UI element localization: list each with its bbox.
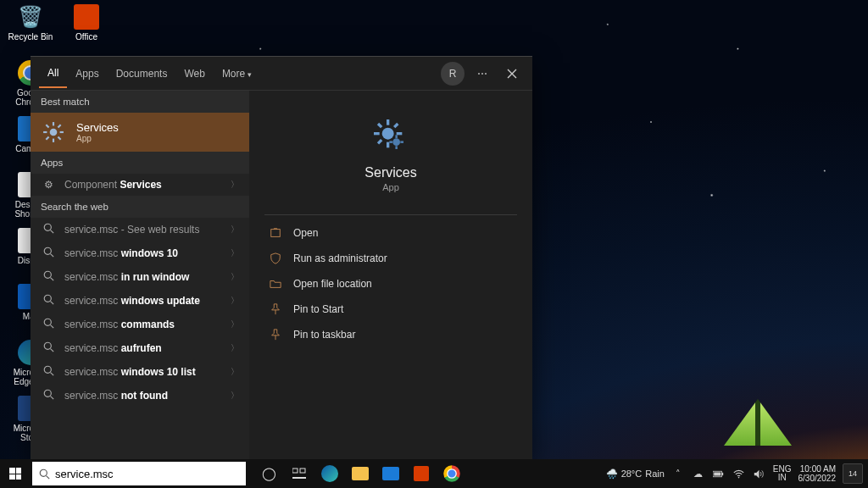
svg-rect-39 [271, 230, 281, 237]
svg-point-21 [44, 366, 51, 373]
search-icon [41, 341, 56, 355]
result-label: Component Services [64, 179, 222, 191]
svg-point-40 [40, 469, 47, 476]
cloud-icon: 🌧️ [606, 469, 618, 480]
chevron-right-icon: 〉 [231, 366, 239, 378]
office-icon [71, 2, 102, 32]
desktop-icon-recycle-bin[interactable]: 🗑️ Recycle Bin [5, 2, 56, 53]
more-options-button[interactable]: ⋯ [471, 62, 495, 86]
weather-widget[interactable]: 🌧️ 28°C Rain [606, 469, 665, 480]
taskbar-explorer[interactable] [346, 459, 375, 488]
best-match-item[interactable]: Services App [31, 113, 249, 152]
open-icon [268, 225, 283, 241]
taskbar-clock[interactable]: 10:00 AM 6/30/2022 [798, 464, 837, 483]
taskbar-edge[interactable] [315, 459, 344, 488]
desktop-icon-office[interactable]: Office [61, 2, 112, 53]
svg-line-22 [50, 373, 53, 376]
tab-more[interactable]: More▾ [214, 59, 260, 87]
svg-point-19 [44, 342, 51, 349]
chevron-right-icon: 〉 [231, 390, 239, 402]
apps-header: Apps [31, 152, 249, 174]
close-panel-button[interactable] [500, 62, 524, 86]
lang-line2: IN [778, 474, 787, 483]
notifications-button[interactable]: 14 [843, 463, 863, 484]
battery-icon[interactable] [712, 467, 726, 480]
web-result-item[interactable]: service.msc windows 10〉 [31, 241, 249, 265]
search-web-header: Search the web [31, 196, 249, 218]
action-pin-taskbar[interactable]: Pin to taskbar [264, 322, 517, 347]
detail-title: Services [364, 165, 416, 180]
web-result-item[interactable]: service.msc - See web results〉 [31, 218, 249, 241]
user-avatar[interactable]: R [441, 62, 465, 86]
result-label: service.msc not found [64, 390, 222, 402]
web-result-item[interactable]: service.msc windows update〉 [31, 289, 249, 313]
svg-point-25 [382, 128, 394, 140]
task-view-button[interactable] [285, 459, 314, 488]
svg-point-0 [50, 129, 58, 136]
svg-point-17 [44, 319, 51, 325]
tab-web[interactable]: Web [175, 59, 213, 87]
start-button[interactable] [0, 459, 31, 488]
gear-icon [41, 119, 66, 145]
taskbar-mail[interactable] [376, 459, 405, 488]
action-pin-start[interactable]: Pin to Start [264, 297, 517, 322]
svg-rect-46 [722, 472, 724, 474]
svg-line-5 [46, 125, 48, 127]
action-open-location[interactable]: Open file location [264, 271, 517, 297]
svg-line-12 [50, 254, 53, 258]
svg-line-10 [50, 230, 53, 234]
results-list: Best match Services App Apps ⚙ Component… [31, 91, 249, 459]
action-open[interactable]: Open [264, 220, 517, 246]
action-label: Open [293, 227, 318, 239]
taskbar-office[interactable] [407, 459, 436, 488]
volume-icon[interactable] [753, 467, 766, 480]
wifi-icon[interactable] [732, 467, 746, 480]
weather-temp: 28°C [621, 469, 643, 479]
svg-line-6 [58, 136, 60, 139]
windows-icon [9, 468, 21, 480]
search-input[interactable] [55, 468, 239, 480]
result-label: service.msc windows 10 [64, 247, 222, 259]
divider [264, 214, 517, 215]
tray-chevron-up-icon[interactable]: ˄ [671, 467, 685, 480]
best-match-subtitle: App [76, 134, 119, 143]
svg-point-48 [738, 476, 740, 478]
cortana-button[interactable]: ◯ [254, 459, 283, 488]
svg-line-14 [50, 278, 53, 281]
svg-rect-43 [300, 469, 305, 473]
svg-line-7 [46, 136, 48, 139]
svg-point-34 [392, 138, 400, 146]
chevron-right-icon: 〉 [231, 319, 239, 330]
detail-subtitle: App [382, 182, 399, 192]
web-result-item[interactable]: service.msc aufrufen〉 [31, 336, 249, 360]
result-component-services[interactable]: ⚙ Component Services 〉 [31, 174, 249, 196]
onedrive-icon[interactable]: ☁ [692, 467, 705, 480]
clock-time: 10:00 AM [800, 464, 836, 474]
web-result-item[interactable]: service.msc commands〉 [31, 313, 249, 336]
web-result-item[interactable]: service.msc in run window〉 [31, 265, 249, 289]
tab-apps[interactable]: Apps [67, 59, 107, 87]
action-label: Run as administrator [293, 252, 387, 264]
result-label: service.msc windows update [64, 295, 222, 307]
taskbar-pinned: ◯ [254, 459, 466, 488]
svg-line-18 [50, 325, 53, 329]
chevron-right-icon: 〉 [231, 295, 239, 307]
search-icon [41, 389, 56, 402]
action-label: Open file location [293, 278, 372, 290]
tab-documents[interactable]: Documents [108, 59, 176, 87]
svg-point-13 [44, 271, 51, 278]
svg-point-15 [44, 295, 51, 302]
tab-more-label: More [222, 68, 245, 80]
best-match-header: Best match [31, 91, 249, 113]
trash-icon: 🗑️ [15, 2, 46, 32]
taskbar-search-box[interactable] [32, 462, 246, 485]
action-run-admin[interactable]: Run as administrator [264, 246, 517, 271]
result-detail-pane: Services App Open Run as administrator O… [249, 91, 532, 459]
web-result-item[interactable]: service.msc windows 10 list〉 [31, 360, 249, 384]
taskbar-chrome[interactable] [437, 459, 466, 488]
web-result-item[interactable]: service.msc not found〉 [31, 384, 249, 408]
result-label: service.msc - See web results [64, 224, 222, 236]
language-indicator[interactable]: ENG IN [773, 465, 792, 483]
svg-point-9 [44, 224, 51, 230]
tab-all[interactable]: All [39, 58, 67, 88]
